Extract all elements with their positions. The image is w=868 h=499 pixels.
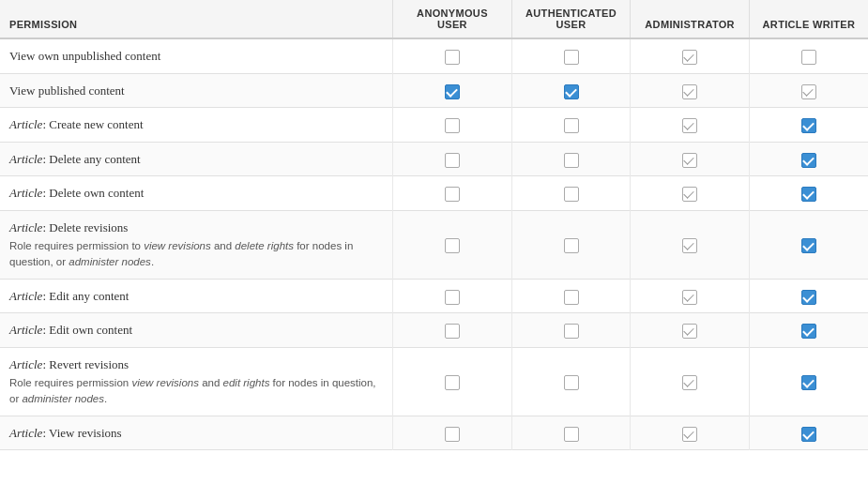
col-administrator: ADMINISTRATOR [631, 0, 750, 38]
check-authenticated[interactable] [511, 73, 631, 108]
check-anonymous[interactable] [393, 73, 512, 108]
checkbox[interactable] [564, 238, 579, 253]
check-administrator[interactable] [631, 347, 750, 416]
checkbox[interactable] [445, 427, 460, 442]
checkbox[interactable] [445, 187, 460, 202]
checkbox[interactable] [445, 84, 460, 99]
checkbox[interactable] [682, 84, 697, 99]
checkbox[interactable] [445, 290, 460, 305]
table-row: View own unpublished content [0, 38, 868, 73]
permission-cell: Article: Create new content [0, 108, 393, 143]
permission-label: Article: Edit own content [9, 321, 383, 340]
check-administrator[interactable] [631, 176, 750, 211]
check-article_writer[interactable] [749, 279, 868, 313]
table-row: Article: Edit any content [0, 279, 868, 313]
check-article_writer[interactable] [749, 73, 868, 108]
check-anonymous[interactable] [393, 108, 512, 143]
table-row: Article: Delete own content [0, 176, 868, 211]
checkbox[interactable] [801, 50, 816, 65]
check-administrator[interactable] [631, 38, 750, 73]
permission-cell: View published content [0, 73, 393, 108]
check-article_writer[interactable] [749, 313, 868, 348]
checkbox[interactable] [564, 324, 579, 339]
permission-label: Article: Delete own content [9, 184, 383, 203]
checkbox[interactable] [801, 187, 816, 202]
check-administrator[interactable] [631, 108, 750, 143]
check-anonymous[interactable] [393, 142, 512, 176]
check-anonymous[interactable] [393, 38, 512, 73]
checkbox[interactable] [564, 375, 579, 390]
checkbox[interactable] [445, 375, 460, 390]
check-article_writer[interactable] [749, 416, 868, 450]
check-article_writer[interactable] [749, 176, 868, 211]
check-authenticated[interactable] [511, 210, 631, 279]
check-authenticated[interactable] [511, 38, 631, 73]
checkbox[interactable] [445, 50, 460, 65]
permission-label: Article: Create new content [9, 115, 383, 134]
table-row: View published content [0, 73, 868, 108]
check-authenticated[interactable] [511, 313, 631, 348]
check-anonymous[interactable] [393, 210, 512, 279]
checkbox[interactable] [801, 427, 816, 442]
checkbox[interactable] [682, 375, 697, 390]
checkbox[interactable] [682, 153, 697, 168]
permission-cell: View own unpublished content [0, 38, 393, 73]
permission-label: Article: Edit any content [9, 287, 383, 306]
table-row: Article: Delete any content [0, 142, 868, 176]
checkbox[interactable] [801, 84, 816, 99]
checkbox[interactable] [445, 153, 460, 168]
checkbox[interactable] [564, 153, 579, 168]
check-administrator[interactable] [631, 73, 750, 108]
permission-description: Role requires permission view revisions … [9, 375, 383, 408]
check-anonymous[interactable] [393, 416, 512, 450]
checkbox[interactable] [801, 153, 816, 168]
check-administrator[interactable] [631, 210, 750, 279]
check-anonymous[interactable] [393, 176, 512, 211]
checkbox[interactable] [445, 238, 460, 253]
table-row: Article: View revisions [0, 416, 868, 450]
checkbox[interactable] [564, 84, 579, 99]
check-anonymous[interactable] [393, 313, 512, 348]
checkbox[interactable] [564, 50, 579, 65]
permission-cell: Article: View revisions [0, 416, 393, 450]
permission-cell: Article: Delete own content [0, 176, 393, 211]
check-authenticated[interactable] [511, 279, 631, 313]
table-row: Article: Delete revisionsRole requires p… [0, 210, 868, 279]
check-anonymous[interactable] [393, 347, 512, 416]
checkbox[interactable] [801, 238, 816, 253]
check-authenticated[interactable] [511, 142, 631, 176]
checkbox[interactable] [564, 118, 579, 133]
check-authenticated[interactable] [511, 416, 631, 450]
checkbox[interactable] [801, 375, 816, 390]
checkbox[interactable] [801, 118, 816, 133]
checkbox[interactable] [682, 290, 697, 305]
check-administrator[interactable] [631, 142, 750, 176]
checkbox[interactable] [682, 427, 697, 442]
checkbox[interactable] [445, 118, 460, 133]
check-authenticated[interactable] [511, 347, 631, 416]
checkbox[interactable] [682, 187, 697, 202]
check-article_writer[interactable] [749, 38, 868, 73]
checkbox[interactable] [564, 187, 579, 202]
check-article_writer[interactable] [749, 210, 868, 279]
check-article_writer[interactable] [749, 347, 868, 416]
permission-label: View published content [9, 82, 383, 100]
checkbox[interactable] [682, 118, 697, 133]
checkbox[interactable] [801, 290, 816, 305]
check-article_writer[interactable] [749, 142, 868, 176]
checkbox[interactable] [564, 427, 579, 442]
check-anonymous[interactable] [393, 279, 512, 313]
check-authenticated[interactable] [511, 176, 631, 211]
check-article_writer[interactable] [749, 108, 868, 143]
checkbox[interactable] [682, 324, 697, 339]
check-authenticated[interactable] [511, 108, 631, 143]
check-administrator[interactable] [631, 279, 750, 313]
checkbox[interactable] [682, 238, 697, 253]
checkbox[interactable] [801, 324, 816, 339]
check-administrator[interactable] [631, 313, 750, 348]
checkbox[interactable] [445, 324, 460, 339]
permission-label: Article: Revert revisions [9, 355, 383, 374]
check-administrator[interactable] [631, 416, 750, 450]
checkbox[interactable] [564, 290, 579, 305]
checkbox[interactable] [682, 50, 697, 65]
